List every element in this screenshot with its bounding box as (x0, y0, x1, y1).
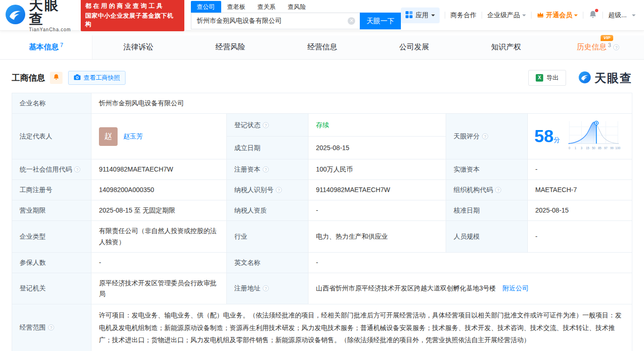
export-button[interactable]: X 导出 (528, 70, 566, 86)
search-tabs: 查公司 查老板 查关系 查风险 (191, 1, 401, 13)
brand-slogan-banner: 都在用的商业查询工具 国家中小企业发展子基金旗下机构 (81, 0, 184, 31)
org-code-label: 组织机构代码? (446, 180, 528, 200)
question-icon[interactable]: ? (263, 166, 269, 172)
excel-icon: X (536, 74, 543, 82)
logo-domain: TianYanCha.com (29, 27, 75, 32)
tab-basic-count: 7 (60, 42, 63, 48)
slogan-line1: 都在用的商业查询工具 (85, 2, 180, 10)
user-caret-icon (632, 14, 636, 18)
snapshot-label: 查看工商快照 (84, 74, 120, 82)
user-menu[interactable]: 超级... (608, 11, 627, 20)
vip-label: 开通会员 (546, 11, 572, 20)
question-icon[interactable]: ? (495, 187, 501, 193)
legal-rep-link[interactable]: 赵玉芳 (123, 131, 143, 142)
notification-badge (595, 9, 598, 12)
score-cell: 58分 (528, 114, 632, 159)
camera-icon (74, 74, 81, 82)
tab-basic-label: 基本信息 (29, 42, 59, 52)
taxpayer-id-value: 91140982MAETAECH7W (308, 180, 446, 200)
tab-history-count: 3 (608, 42, 611, 48)
tab-history-info[interactable]: 历史信息 VIP 3 ? (552, 35, 644, 59)
vip-membership-link[interactable]: 开通会员 (537, 11, 578, 20)
chevron-down-icon (431, 14, 435, 18)
business-term-label: 营业期限 (12, 200, 91, 221)
tab-operating-risk[interactable]: 经营风险 (184, 35, 276, 59)
question-icon[interactable]: ? (276, 187, 282, 193)
reg-authority-label: 登记机关 (12, 273, 91, 304)
crown-icon (537, 11, 544, 19)
tab-operating-info[interactable]: 经营信息 (276, 35, 368, 59)
taxpayer-id-label: 纳税人识别号? (227, 180, 308, 200)
staff-size-value: - (528, 221, 632, 252)
notifications-button[interactable] (588, 10, 597, 21)
english-name-value: - (308, 252, 632, 273)
question-icon[interactable]: ? (482, 133, 488, 139)
score-value: 58分 (534, 128, 560, 145)
paid-capital-value: - (528, 159, 632, 180)
tab-intellectual-property[interactable]: 知识产权 (460, 35, 552, 59)
tab-ip-label: 知识产权 (491, 42, 521, 52)
business-info-section-header: 工商信息 查看工商快照 X 导出 (12, 70, 632, 86)
tab-legal[interactable]: 法律诉讼 (92, 35, 184, 59)
search-tab-relation[interactable]: 查关系 (252, 1, 282, 13)
bell-icon (53, 74, 60, 82)
question-icon[interactable]: ? (613, 44, 619, 50)
divider (482, 12, 482, 19)
table-row: 企业名称 忻州市金朔风电设备有限公司 (12, 93, 632, 114)
status-badge: 存续 (316, 121, 329, 129)
business-scope-label: 经营范围? (12, 304, 91, 351)
tab-basic-info[interactable]: 基本信息 7 (0, 35, 92, 59)
divider (531, 12, 532, 19)
search-input[interactable] (191, 17, 348, 25)
table-row: 法定代表人 赵 赵玉芳 登记状态? 存续 天眼评分? 58分 (12, 114, 632, 137)
credit-code-label: 统一社会信用代码? (12, 159, 91, 180)
score-label: 天眼评分? (446, 114, 528, 159)
svg-text:99: 99 (610, 146, 614, 150)
business-info-table: 企业名称 忻州市金朔风电设备有限公司 法定代表人 赵 赵玉芳 登记状态? 存续 … (12, 93, 632, 351)
nav-enterprise-products[interactable]: 企业级产品 (487, 11, 526, 20)
table-row: 参保人数 - 英文名称 - (12, 252, 632, 273)
question-icon[interactable]: ? (263, 122, 269, 128)
watermark-text: 天眼查 (595, 70, 632, 86)
legal-rep-label: 法定代表人 (12, 114, 91, 159)
insured-count-label: 参保人数 (12, 252, 91, 273)
apps-label: 应用 (415, 11, 428, 20)
monitor-bell-button[interactable] (50, 72, 63, 84)
view-business-snapshot-button[interactable]: 查看工商快照 (68, 71, 126, 85)
svg-text:50: 50 (592, 146, 596, 150)
reg-address-value: 山西省忻州市原平经济技术开发区跨越大道双创孵化基地3号楼 附近公司 (308, 273, 632, 304)
nav-cooperation[interactable]: 商务合作 (450, 11, 476, 20)
search-clear-icon[interactable]: ✕ (348, 17, 355, 25)
company-page-tabs: 基本信息 7 法律诉讼 经营风险 经营信息 公司发展 知识产权 历史信息 VIP… (0, 35, 644, 60)
question-icon[interactable]: ? (48, 324, 54, 330)
table-row: 登记机关 原平经济技术开发区管理委员会行政审批局 注册地址? 山西省忻州市原平经… (12, 273, 632, 304)
score-curve-chart: 0 1 3 15 50 85 97 99 100 (566, 117, 622, 156)
slogan-line2: 国家中小企业发展子基金旗下机构 (85, 12, 180, 28)
search-tab-boss[interactable]: 查老板 (221, 1, 252, 13)
search-tab-risk[interactable]: 查风险 (282, 1, 312, 13)
legal-rep-avatar[interactable]: 赵 (99, 127, 118, 146)
apps-menu[interactable]: 应用 (401, 7, 440, 23)
search-button[interactable]: 天眼一下 (360, 13, 401, 29)
nearby-companies-link[interactable]: 附近公司 (503, 284, 529, 292)
reg-number-value: 14098200A000350 (91, 180, 227, 200)
tab-company-development[interactable]: 公司发展 (368, 35, 460, 59)
company-name-label: 企业名称 (12, 93, 91, 114)
question-icon[interactable]: ? (263, 285, 269, 291)
tianyancha-logo[interactable]: 天眼查 TianYanCha.com (5, 0, 75, 32)
svg-text:0: 0 (568, 146, 570, 150)
top-header: 天眼查 TianYanCha.com 都在用的商业查询工具 国家中小企业发展子基… (0, 0, 644, 31)
reg-address-label: 注册地址? (227, 273, 308, 304)
reg-number-label: 工商注册号 (12, 180, 91, 200)
tab-operation-label: 经营信息 (308, 42, 337, 52)
question-icon[interactable]: ? (74, 166, 80, 172)
search-tab-company[interactable]: 查公司 (191, 1, 221, 13)
table-row: 营业期限 2025-08-15 至 无固定期限 纳税人资质 - 核准日期 202… (12, 200, 632, 221)
apps-grid-icon (406, 11, 413, 20)
org-code-value: MAETAECH-7 (528, 180, 632, 200)
established-value: 2025-08-15 (308, 137, 446, 159)
watermark-logo: 天眼查 (578, 70, 632, 86)
english-name-label: 英文名称 (227, 252, 308, 273)
taxpayer-quality-value: - (308, 200, 446, 221)
tianyancha-logo-icon (5, 4, 26, 27)
